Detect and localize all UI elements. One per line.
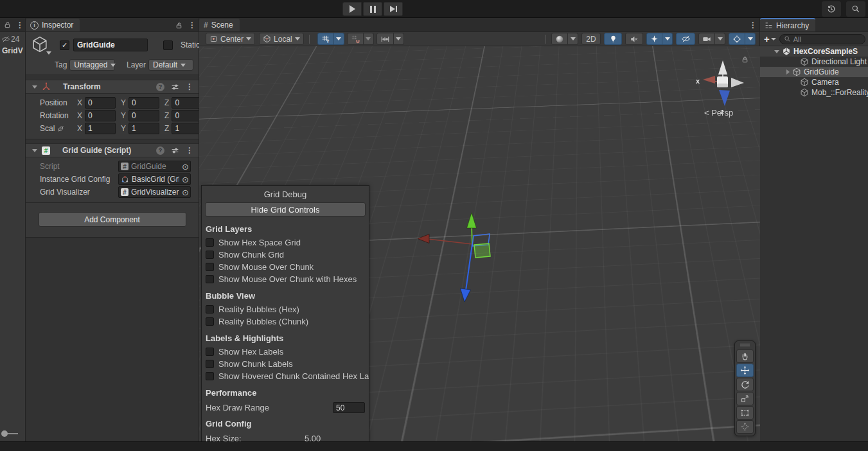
hierarchy-search-input[interactable]: All bbox=[779, 34, 865, 44]
hierarchy-scene-row[interactable]: HexCoreSampleS bbox=[760, 46, 868, 57]
hide-grid-controls-button[interactable]: Hide Grid Controls bbox=[205, 202, 366, 217]
play-button[interactable] bbox=[342, 2, 362, 16]
pivot-mode-dropdown[interactable]: Center bbox=[206, 33, 255, 45]
checkbox[interactable] bbox=[206, 348, 214, 356]
rect-tool[interactable] bbox=[736, 406, 754, 420]
hex-draw-range-input[interactable] bbox=[333, 402, 365, 413]
layer-dropdown[interactable]: Default bbox=[148, 59, 193, 71]
panel-menu-icon[interactable]: ⋮ bbox=[16, 21, 24, 30]
checkbox[interactable] bbox=[206, 305, 214, 314]
lock-icon[interactable] bbox=[3, 21, 12, 29]
help-icon[interactable]: ? bbox=[156, 146, 164, 155]
position-x-input[interactable] bbox=[85, 97, 116, 109]
tab-inspector[interactable]: i Inspector bbox=[26, 19, 80, 31]
rotation-x-input[interactable] bbox=[85, 110, 116, 121]
snap-increment-caret[interactable] bbox=[394, 33, 404, 45]
hierarchy-item-mob[interactable]: Mob_::ForReality bbox=[760, 87, 868, 98]
object-picker-icon[interactable]: ⊙ bbox=[182, 175, 189, 184]
step-button[interactable] bbox=[384, 2, 403, 16]
foldout-icon[interactable] bbox=[32, 149, 37, 152]
2d-toggle-button[interactable]: 2D bbox=[581, 33, 601, 45]
panel-menu-icon[interactable]: ⋮ bbox=[749, 21, 757, 30]
scene-viewport[interactable]: x z < Persp Grid Debug Hide Grid Control… bbox=[199, 46, 760, 441]
checkbox[interactable] bbox=[206, 251, 214, 259]
tab-hierarchy[interactable]: Hierarchy bbox=[760, 18, 815, 31]
active-checkbox[interactable]: ✓ bbox=[60, 40, 69, 50]
orientation-dropdown[interactable]: Local bbox=[259, 33, 304, 45]
static-checkbox[interactable] bbox=[163, 40, 173, 50]
scene-effects-caret[interactable] bbox=[662, 33, 673, 45]
scene-audio-button[interactable] bbox=[625, 33, 643, 45]
grid-visibility-button[interactable]: Y bbox=[317, 33, 334, 45]
scale-tool[interactable] bbox=[736, 392, 754, 405]
perspective-mode-label[interactable]: < Persp bbox=[704, 108, 733, 118]
view-hand-tool[interactable] bbox=[736, 349, 754, 363]
component-menu-icon[interactable]: ⋮ bbox=[186, 146, 193, 155]
hidden-eye-icon[interactable] bbox=[1, 35, 10, 44]
object-picker-icon[interactable]: ⊙ bbox=[182, 188, 189, 197]
snap-increment-button[interactable] bbox=[376, 33, 394, 45]
scene-camera-button[interactable] bbox=[698, 33, 715, 45]
presets-icon[interactable] bbox=[171, 146, 179, 155]
checkbox[interactable] bbox=[206, 275, 214, 283]
foldout-icon[interactable] bbox=[774, 50, 779, 53]
checkbox[interactable] bbox=[206, 372, 214, 380]
step-icon bbox=[390, 6, 397, 12]
constrain-proportions-icon[interactable] bbox=[57, 125, 65, 133]
gizmos-caret[interactable] bbox=[745, 33, 756, 45]
scene-camera-caret[interactable] bbox=[715, 33, 725, 45]
slider-knob[interactable] bbox=[1, 430, 8, 437]
scale-y-input[interactable] bbox=[128, 123, 159, 134]
script-object-field[interactable]: # GridGuide ⊙ bbox=[118, 161, 191, 172]
shading-mode-caret[interactable] bbox=[568, 33, 578, 45]
scene-lighting-button[interactable] bbox=[604, 33, 622, 45]
component-menu-icon[interactable]: ⋮ bbox=[186, 82, 193, 91]
view-lock-icon[interactable] bbox=[741, 55, 749, 64]
add-component-button[interactable]: Add Component bbox=[39, 212, 186, 227]
hierarchy-item-gridguide[interactable]: GridGuide bbox=[760, 67, 868, 77]
grid-snapping-caret[interactable] bbox=[364, 33, 374, 45]
icon-picker-caret[interactable] bbox=[46, 51, 51, 55]
tab-scene[interactable]: # Scene bbox=[199, 19, 240, 31]
undo-history-button[interactable] bbox=[822, 1, 841, 17]
presets-icon[interactable] bbox=[171, 83, 179, 91]
checkbox[interactable] bbox=[206, 263, 214, 271]
lock-icon[interactable] bbox=[175, 21, 183, 30]
shaded-sphere-icon bbox=[555, 35, 564, 44]
hierarchy-item-camera[interactable]: Camera bbox=[760, 77, 868, 87]
overlay-drag-handle[interactable] bbox=[735, 341, 755, 349]
instance-grid-config-field[interactable]: BasicGrid (Gri ⊙ bbox=[118, 173, 191, 185]
transform-tool[interactable] bbox=[736, 420, 754, 434]
position-z-input[interactable] bbox=[172, 97, 202, 109]
checkbox[interactable] bbox=[206, 317, 214, 326]
search-button[interactable] bbox=[846, 1, 865, 17]
help-icon[interactable]: ? bbox=[156, 83, 164, 91]
object-picker-icon[interactable]: ⊙ bbox=[182, 162, 189, 172]
create-menu-button[interactable]: + bbox=[763, 33, 777, 44]
gameobject-icon[interactable] bbox=[31, 35, 50, 55]
scene-effects-button[interactable] bbox=[646, 33, 662, 45]
gizmos-button[interactable] bbox=[729, 33, 745, 45]
foldout-icon[interactable] bbox=[32, 85, 37, 89]
gameobject-name-input[interactable] bbox=[73, 39, 148, 51]
grid-visualizer-row: Grid Visualizer # GridVisualizer ⊙ bbox=[26, 186, 199, 199]
pause-button[interactable] bbox=[363, 2, 382, 16]
grid-snapping-button[interactable] bbox=[347, 33, 364, 45]
scale-z-input[interactable] bbox=[172, 123, 202, 134]
checkbox[interactable] bbox=[206, 238, 214, 247]
scale-x-input[interactable] bbox=[85, 123, 116, 134]
position-y-input[interactable] bbox=[128, 97, 159, 109]
shading-mode-button[interactable] bbox=[551, 33, 568, 45]
hierarchy-item-directional-light[interactable]: Directional Light bbox=[760, 57, 868, 67]
tag-dropdown[interactable]: Untagged bbox=[69, 59, 115, 71]
rotate-tool[interactable] bbox=[736, 378, 754, 391]
checkbox[interactable] bbox=[206, 360, 214, 368]
rotation-z-input[interactable] bbox=[172, 110, 202, 121]
panel-menu-icon[interactable]: ⋮ bbox=[188, 21, 196, 30]
rotation-y-input[interactable] bbox=[128, 110, 159, 121]
grid-visualizer-field[interactable]: # GridVisualizer ⊙ bbox=[118, 186, 191, 198]
move-tool[interactable] bbox=[736, 364, 754, 377]
foldout-icon[interactable] bbox=[786, 69, 790, 75]
scene-visibility-button[interactable] bbox=[676, 33, 695, 45]
grid-visibility-caret[interactable] bbox=[334, 33, 344, 45]
